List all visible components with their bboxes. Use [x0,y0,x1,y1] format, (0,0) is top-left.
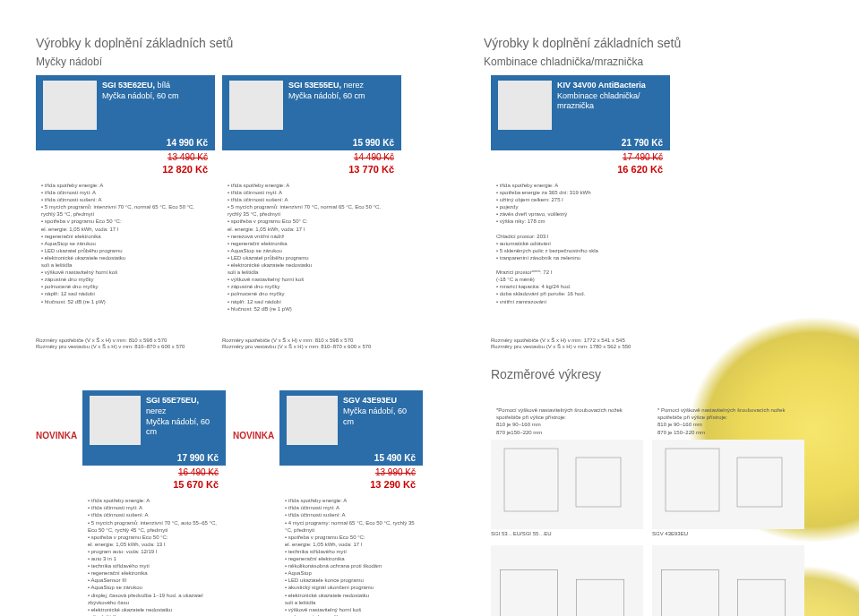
product-variant: nerez [146,406,167,415]
product-thumb [287,396,338,445]
product-specs: • třída spotřeby energie: A • třída účin… [36,178,215,309]
dims-appliance: Rozměry spotřebiče (V x Š x H) v mm: 177… [491,338,670,345]
product-desc: Myčka nádobí, 60 cm [146,417,210,437]
product-model: SGV 43E93EU [343,396,397,405]
drawing-image [652,545,804,616]
novinka-badge: NOVINKA [233,431,272,441]
novinka-badge: NOVINKA [36,431,75,441]
drawing-caption: SGV 43E93EU [652,531,804,536]
drawing-note: *Pomocí výškově nastavitelných šroubovac… [491,403,643,439]
product-card: SGI 55E75EU, nerez Myčka nádobí, 60 cm 1… [82,390,226,616]
price-strike: 13 990 Kč [279,466,423,479]
price-original: 15 990 Kč [222,135,401,150]
product-variant: nerez [344,81,365,90]
section-title-left: Výrobky k doplnění základních setů [36,36,448,50]
dimension-drawing [652,545,804,616]
drawing-note: * Pomocí výškově nastavitelných šroubova… [652,403,804,439]
product-desc: Myčka nádobí, 60 cm [102,91,179,100]
price-original: 17 990 Kč [82,450,226,466]
product-specs: • třída spotřeby energie: A • třída účin… [82,493,226,616]
product-dims: Rozměry spotřebiče (V x Š x H) v mm: 177… [491,338,670,352]
price-now: 16 620 Kč [491,164,670,178]
price-strike: 17 490 Kč [491,150,670,164]
dimension-drawing: *Pomocí výškově nastavitelných šroubovac… [491,403,643,535]
drawing-image [491,545,643,616]
drawing-caption: SGI 53…EU/SGI 55…EU [491,531,643,536]
product-card: KIV 34V00 AntiBacteria Kombinace chladni… [491,75,670,309]
price-now: 15 670 Kč [82,479,226,493]
dims-appliance: Rozměry spotřebiče (V x Š x H) v mm: 810… [222,338,401,345]
price-now: 12 820 Kč [36,164,215,178]
product-thumb [229,81,283,130]
product-model: KIV 34V00 AntiBacteria [557,81,646,90]
drawing-image [491,440,643,529]
dims-appliance: Rozměry spotřebiče (V x Š x H) v mm: 810… [36,338,215,345]
dims-builtin: Rozměry pro vestavbu (V x Š x H) v mm: 8… [36,344,215,351]
product-thumb [498,81,552,130]
dims-builtin: Rozměry pro vestavbu (V x Š x H) v mm: 8… [222,344,401,351]
dimension-drawing: KIV 34V00 [491,545,643,616]
product-specs: • třída spotřeby energie: A • třída účin… [222,178,401,316]
product-thumb [43,81,97,130]
product-desc: Myčka nádobí, 60 cm [343,406,407,426]
drawings-title: Rozměrové výkresy [491,367,813,381]
product-desc-2: mraznička [557,101,594,110]
price-strike: 14 490 Kč [222,150,401,164]
price-now: 13 290 Kč [279,479,423,493]
dimension-drawing: * Pomocí výškově nastavitelných šroubova… [652,403,804,535]
product-model: SGI 55E75EU, [146,396,199,405]
drawing-image [652,440,804,529]
price-original: 14 990 Kč [36,135,215,150]
product-card: SGV 43E93EU Myčka nádobí, 60 cm 15 490 K… [279,390,423,616]
product-dims: Rozměry spotřebiče (V x Š x H) v mm: 810… [36,338,215,352]
product-model: SGI 53E55EU, [288,81,341,90]
price-strike: 16 490 Kč [82,466,226,479]
dims-builtin: Rozměry pro vestavbu (V x Š x H) v mm: 1… [491,344,670,351]
product-desc: Myčka nádobí, 60 cm [288,91,365,100]
price-strike: 13 490 Kč [36,150,215,164]
subsection-left: Myčky nádobí [36,56,448,68]
product-model: SGI 53E62EU, [102,81,155,90]
product-card: SGI 53E55EU, nerez Myčka nádobí, 60 cm 1… [222,75,401,316]
product-card: SGI 53E62EU, bílá Myčka nádobí, 60 cm 14… [36,75,215,316]
subsection-right: Kombinace chladnička/mraznička [484,56,806,68]
section-title-right: Výrobky k doplnění základních setů [484,36,806,50]
price-original: 15 490 Kč [279,450,423,466]
product-thumb [90,396,141,445]
price-now: 13 770 Kč [222,164,401,178]
product-specs: • třída spotřeby energie: A • třída účin… [279,493,423,616]
price-original: 21 790 Kč [491,135,670,150]
product-specs: • třída spotřeby energie: A • spotřeba e… [491,178,670,309]
product-dims: Rozměry spotřebiče (V x Š x H) v mm: 810… [222,338,401,352]
product-desc: Kombinace chladnička/ [557,91,640,100]
product-variant: bílá [158,81,171,90]
